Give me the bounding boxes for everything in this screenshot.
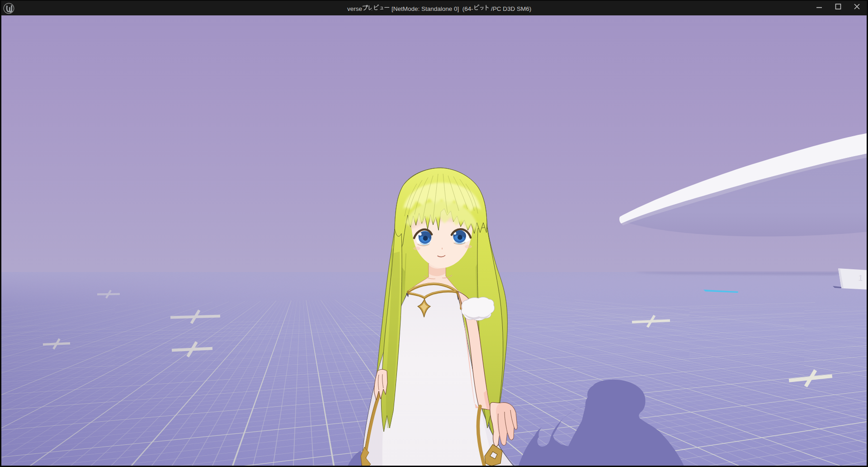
- svg-text:verse: verse: [347, 5, 362, 12]
- svg-text:/PC D3D SM6): /PC D3D SM6): [491, 5, 531, 12]
- svg-text:1: 1: [858, 273, 863, 283]
- svg-text:[NetMode: Standalone 0] (64-: [NetMode: Standalone 0] (64-: [392, 5, 473, 12]
